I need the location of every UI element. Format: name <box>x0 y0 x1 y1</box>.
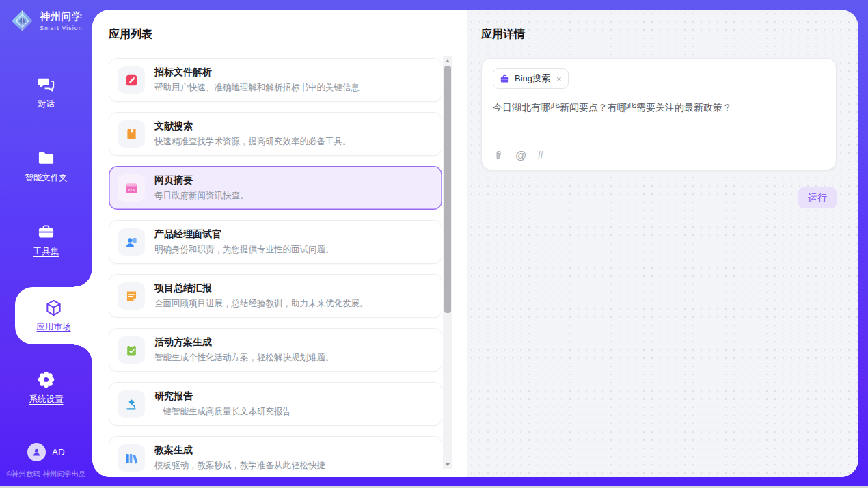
app-card[interactable]: 项目总结汇报全面回顾项目进展，总结经验教训，助力未来优化发展。 <box>109 274 442 318</box>
browser-icon: </> <box>118 174 145 202</box>
triangle-up-icon <box>446 59 450 62</box>
app-detail-pane: 应用详情 Bing搜索 × 今日湖北有哪些新闻要点？有哪些需要关注的最新政策？ <box>467 10 858 477</box>
app-card-title: 产品经理面试官 <box>154 228 334 241</box>
sidebar-item-folder[interactable]: 智能文件夹 <box>0 149 92 184</box>
hash-icon[interactable]: # <box>537 150 543 161</box>
at-icon[interactable]: @ <box>515 150 526 161</box>
note-icon <box>118 282 145 310</box>
sidebar-item-label: 对话 <box>38 98 55 110</box>
market-icon <box>44 299 63 317</box>
triangle-down-icon <box>446 463 450 466</box>
app-card-title: 文献搜索 <box>154 120 351 133</box>
app-card-desc: 帮助用户快速、准确地理解和解析招标书中的关键信息 <box>154 82 360 94</box>
app-card[interactable]: </>网页摘要每日政府新闻资讯快查。 <box>109 166 442 210</box>
microscope-icon <box>118 390 145 418</box>
app-card[interactable]: 文献搜索快速精准查找学术资源，提高研究效率的必备工具。 <box>109 112 442 156</box>
sidebar-item-market[interactable]: 应用市场 <box>15 287 92 344</box>
query-text[interactable]: 今日湖北有哪些新闻要点？有哪些需要关注的最新政策？ <box>493 100 825 115</box>
user-initials: AD <box>52 447 65 457</box>
briefcase-icon <box>500 74 510 84</box>
brand-logo: 神州问学 Smart Vision <box>0 8 92 33</box>
app-card-desc: 一键智能生成高质量长文本研究报告 <box>154 406 291 418</box>
app-card[interactable]: 招标文件解析帮助用户快速、准确地理解和解析招标书中的关键信息 <box>109 58 442 102</box>
app-card-desc: 每日政府新闻资讯快查。 <box>154 190 249 202</box>
content-panel: 应用列表 招标文件解析帮助用户快速、准确地理解和解析招标书中的关键信息文献搜索快… <box>92 10 858 477</box>
app-card-title: 网页摘要 <box>154 174 249 187</box>
svg-text:</>: </> <box>128 187 135 191</box>
run-row: 运行 <box>481 187 837 208</box>
app-detail-title: 应用详情 <box>481 27 837 42</box>
brand-subtitle: Smart Vision <box>40 25 82 31</box>
sidebar-item-chat[interactable]: 对话 <box>0 75 92 110</box>
sidebar-item-label: 系统设置 <box>29 394 64 405</box>
app-card-desc: 快速精准查找学术资源，提高研究效率的必备工具。 <box>154 136 351 148</box>
app-list: 招标文件解析帮助用户快速、准确地理解和解析招标书中的关键信息文献搜索快速精准查找… <box>109 58 442 474</box>
app-card[interactable]: 活动方案生成智能生成个性化活动方案，轻松解决规划难题。 <box>109 328 442 372</box>
pen-icon <box>118 66 145 94</box>
sidebar-item-label: 应用市场 <box>37 321 71 333</box>
toolset-icon <box>37 223 55 241</box>
person-icon <box>118 228 145 256</box>
app-card[interactable]: 产品经理面试官明确身份和职责，为您提供专业性的面试问题。 <box>109 220 442 264</box>
app-card-title: 活动方案生成 <box>154 336 334 349</box>
app-card-title: 教案生成 <box>154 444 325 457</box>
app-card-title: 项目总结汇报 <box>154 282 368 295</box>
app-card[interactable]: 研究报告一键智能生成高质量长文本研究报告 <box>109 382 442 426</box>
copyright: ©神州数码·神州问学出品 <box>0 470 92 479</box>
tag-close-icon[interactable]: × <box>556 74 562 84</box>
sidebar-item-settings[interactable]: 系统设置 <box>0 370 92 405</box>
app-card-desc: 模板驱动，教案秒成，教学准备从此轻松快捷 <box>154 460 325 472</box>
app-card-title: 招标文件解析 <box>154 66 360 79</box>
scroll-up-button[interactable] <box>443 56 452 65</box>
sidebar-item-toolset[interactable]: 工具集 <box>0 223 92 258</box>
tool-tag[interactable]: Bing搜索 × <box>493 68 569 89</box>
clipboard-icon <box>118 336 145 364</box>
app-card-desc: 明确身份和职责，为您提供专业性的面试问题。 <box>154 244 334 256</box>
scrollbar-thumb[interactable] <box>444 66 451 313</box>
scroll-down-button[interactable] <box>443 460 452 469</box>
book-icon <box>118 120 145 148</box>
brand-gem-icon <box>10 8 35 33</box>
sidebar-item-label: 智能文件夹 <box>25 172 68 184</box>
paperclip-icon[interactable] <box>493 150 504 161</box>
chat-icon <box>37 75 55 94</box>
avatar <box>27 443 46 461</box>
brand-name: 神州问学 <box>40 10 82 23</box>
app-card-desc: 智能生成个性化活动方案，轻松解决规划难题。 <box>154 352 334 364</box>
app-list-pane: 应用列表 招标文件解析帮助用户快速、准确地理解和解析招标书中的关键信息文献搜索快… <box>92 10 467 477</box>
folder-icon <box>37 149 55 167</box>
sidebar-item-label: 工具集 <box>33 246 59 258</box>
prompt-card[interactable]: Bing搜索 × 今日湖北有哪些新闻要点？有哪些需要关注的最新政策？ @ # <box>481 58 837 170</box>
scrollbar[interactable] <box>443 56 452 469</box>
sidebar: 神州问学 Smart Vision 对话智能文件夹工具集应用市场系统设置 AD … <box>0 0 92 488</box>
run-button[interactable]: 运行 <box>798 187 837 208</box>
settings-icon <box>37 370 55 389</box>
app-card-title: 研究报告 <box>154 390 291 403</box>
tool-tag-label: Bing搜索 <box>515 72 550 85</box>
app-card-desc: 全面回顾项目进展，总结经验教训，助力未来优化发展。 <box>154 298 368 310</box>
user-account[interactable]: AD <box>0 443 92 461</box>
app-card[interactable]: 教案生成模板驱动，教案秒成，教学准备从此轻松快捷 <box>109 436 442 474</box>
app-list-title: 应用列表 <box>109 27 467 42</box>
prompt-toolbar: @ # <box>493 150 543 161</box>
books-icon <box>118 444 145 472</box>
